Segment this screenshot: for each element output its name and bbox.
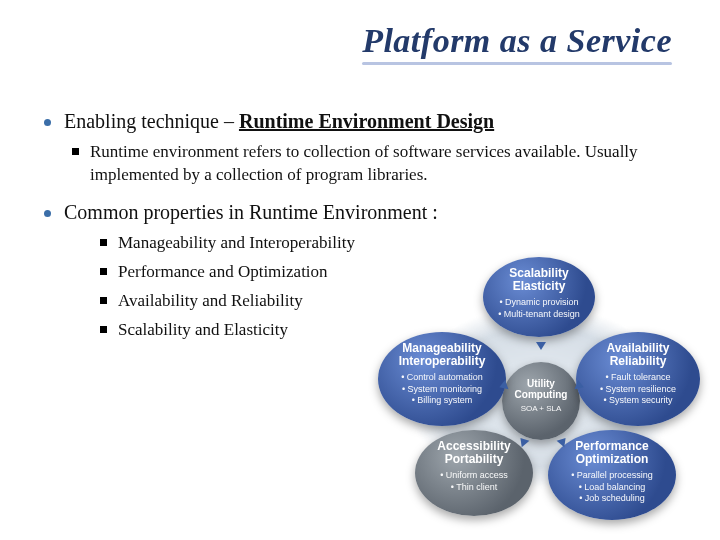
orb-points: Parallel processing Load balancing Job s… [548, 468, 676, 506]
orb-center: Utility Computing SOA + SLA [502, 362, 580, 440]
arrow-icon [498, 380, 509, 392]
sub-bullet-runtime-def: Runtime environment refers to collection… [64, 141, 692, 187]
orb-points: Fault tolerance System resilience System… [576, 370, 700, 408]
orb-points: Control automation System monitoring Bil… [378, 370, 506, 408]
orb-label: Utility Computing [502, 362, 580, 402]
arrow-icon [575, 380, 586, 392]
bullet-enabling-technique: Enabling technique – Runtime Environment… [36, 110, 692, 187]
bullet-common-properties: Common properties in Runtime Environment… [36, 201, 692, 224]
slide-title: Platform as a Service [362, 22, 672, 65]
orb-accessibility: Accessibility Portability Uniform access… [415, 430, 533, 516]
orb-label: Performance Optimization [548, 430, 676, 468]
slide-body: Enabling technique – Runtime Environment… [36, 110, 692, 348]
prop-item: Manageability and Interoperability [92, 232, 692, 255]
prop-item: Availability and Reliability [92, 290, 692, 313]
arrow-icon [557, 435, 570, 448]
orb-sub: SOA + SLA [502, 402, 580, 416]
orb-performance: Performance Optimization Parallel proces… [548, 430, 676, 520]
orb-label: Accessibility Portability [415, 430, 533, 468]
prop-item: Performance and Optimization [92, 261, 692, 284]
slide: { "title": "Platform as a Service", "bul… [0, 0, 720, 540]
bullet-text: Enabling technique – [64, 110, 239, 132]
bullet-bold: Runtime Environment Design [239, 110, 494, 132]
arrow-icon [517, 435, 530, 448]
prop-item: Scalability and Elasticity [92, 319, 692, 342]
orb-points: Uniform access Thin client [415, 468, 533, 495]
decorative-swoosh [0, 0, 320, 120]
